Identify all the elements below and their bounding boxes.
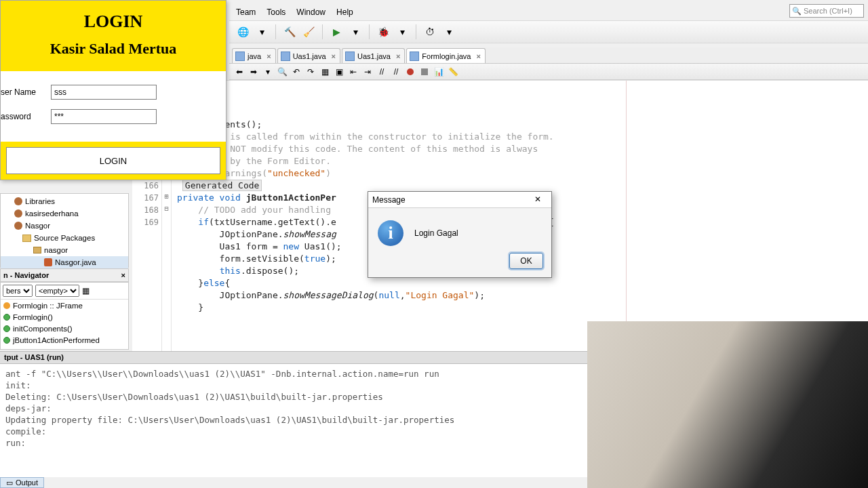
search-icon: 🔍: [792, 7, 802, 16]
java-icon: [44, 258, 52, 266]
separator: [369, 24, 370, 39]
profile-icon[interactable]: ⏱: [422, 24, 438, 40]
close-icon[interactable]: ×: [476, 52, 480, 60]
green-dot-icon: [3, 337, 10, 344]
navigator-titlebar: n - Navigator ×: [0, 268, 129, 282]
coffee-icon: [14, 197, 22, 205]
members-select[interactable]: bers: [3, 285, 33, 297]
password-input[interactable]: [51, 109, 157, 124]
dialog-text: Login Gagal: [414, 228, 458, 238]
globe-icon[interactable]: 🌐: [235, 24, 251, 40]
output-tab[interactable]: ▭ Output: [0, 477, 44, 488]
tree-item[interactable]: Source Packages: [1, 232, 128, 244]
ok-button[interactable]: OK: [509, 253, 543, 269]
dialog-title: Message: [372, 195, 406, 205]
navigator-item[interactable]: initComponents(): [1, 323, 128, 334]
build-icon[interactable]: 🔨: [281, 24, 298, 40]
tab-label: Uas1.java: [357, 52, 391, 60]
info-icon: i: [378, 220, 403, 246]
tree-item-label: kasirsederhana: [25, 209, 79, 218]
tree-item[interactable]: nasgor: [1, 244, 128, 256]
close-icon[interactable]: ×: [396, 52, 400, 60]
right-margin-line: [626, 81, 627, 351]
find-icon[interactable]: 🔍: [276, 66, 288, 78]
comment-icon[interactable]: //: [376, 66, 388, 78]
tab-java[interactable]: java×: [232, 48, 276, 63]
tree-item[interactable]: kasirsederhana: [1, 207, 128, 220]
shift-left-icon[interactable]: ⇤: [347, 66, 359, 78]
project-tree[interactable]: LibrarieskasirsederhanaNasgorSource Pack…: [0, 193, 129, 268]
tree-item-label: Nasgor: [25, 222, 50, 230]
highlight-icon[interactable]: ▦: [319, 66, 331, 78]
username-input[interactable]: [51, 85, 157, 100]
tree-item-label: nasgor: [44, 246, 68, 254]
menu-tools[interactable]: Tools: [262, 6, 290, 18]
dialog-titlebar[interactable]: Message ✕: [368, 192, 551, 208]
menu-team[interactable]: Team: [232, 6, 260, 18]
tree-item-label: Libraries: [25, 197, 55, 205]
tab-uas1-2[interactable]: Uas1.java×: [342, 48, 405, 63]
green-dot-icon: [3, 314, 10, 321]
run-dropdown-icon[interactable]: ▾: [347, 24, 363, 40]
login-button[interactable]: LOGIN: [6, 147, 220, 174]
tab-label: Formlogin.java: [422, 52, 471, 60]
close-icon[interactable]: ✕: [528, 194, 547, 206]
tab-label: java: [248, 52, 261, 60]
menu-help[interactable]: Help: [332, 6, 357, 18]
close-icon[interactable]: ×: [121, 271, 125, 279]
profile-dropdown-icon[interactable]: ▾: [441, 24, 457, 40]
filter-icon[interactable]: ▦: [82, 286, 90, 296]
navigator-item-label: Formlogin :: JFrame: [13, 302, 83, 310]
dropdown-icon[interactable]: ▾: [262, 66, 274, 78]
orange-dot-icon: [3, 302, 10, 309]
tree-item[interactable]: Nasgor.java: [1, 256, 128, 268]
tree-item-label: Nasgor.java: [55, 258, 96, 266]
uncomment-icon[interactable]: /​/: [390, 66, 402, 78]
coffee-icon: [14, 209, 22, 218]
dropdown-icon[interactable]: ▾: [254, 24, 270, 40]
editor-tabs: java× Uas1.java× Uas1.java× Formlogin.ja…: [229, 47, 868, 64]
java-file-icon: [281, 52, 290, 61]
quick-search-input[interactable]: 🔍 Search (Ctrl+I): [789, 4, 864, 18]
stop-icon[interactable]: [418, 66, 431, 78]
navigator-item[interactable]: jButton1ActionPerformed: [1, 334, 128, 346]
login-title: LOGIN: [6, 12, 220, 32]
shift-right-icon[interactable]: ⇥: [361, 66, 374, 78]
navigator-item-label: Formlogin(): [13, 313, 53, 321]
java-file-icon: [410, 52, 419, 61]
search-placeholder: Search (Ctrl+I): [804, 7, 852, 15]
debug-icon[interactable]: 🐞: [375, 24, 391, 40]
output-tab-icon: ▭: [6, 479, 13, 487]
java-file-icon: [235, 52, 245, 61]
close-icon[interactable]: ×: [267, 52, 271, 60]
run-icon[interactable]: ▶: [328, 24, 344, 40]
menu-window[interactable]: Window: [292, 6, 330, 18]
select-icon[interactable]: ▣: [333, 66, 345, 78]
record-icon[interactable]: [404, 66, 416, 78]
ruler-icon[interactable]: 📏: [447, 66, 459, 78]
tab-uas1-1[interactable]: Uas1.java×: [277, 48, 340, 63]
green-dot-icon: [3, 325, 10, 332]
main-toolbar: 🌐 ▾ 🔨 🧹 ▶ ▾ 🐞 ▾ ⏱ ▾: [229, 20, 868, 43]
login-subtitle: Kasir Salad Mertua: [6, 40, 220, 58]
tree-item[interactable]: Nasgor: [1, 220, 128, 232]
output-titlebar: tput - UAS1 (run): [0, 351, 587, 364]
separator: [322, 24, 323, 39]
output-console[interactable]: ant -f "C:\\Users\\User\\Downloads\\uas1…: [0, 364, 587, 477]
navigator-item[interactable]: Formlogin :: JFrame: [1, 300, 128, 311]
close-icon[interactable]: ×: [332, 52, 336, 60]
history-fwd-icon[interactable]: ➡: [248, 66, 260, 78]
tab-formlogin[interactable]: Formlogin.java×: [406, 48, 486, 63]
login-window: LOGIN Kasir Salad Mertua ser Name asswor…: [0, 0, 226, 180]
chart-icon[interactable]: 📊: [433, 66, 445, 78]
find-next-icon[interactable]: ↷: [304, 66, 317, 78]
tree-item[interactable]: Libraries: [1, 195, 128, 207]
history-back-icon[interactable]: ⬅: [233, 66, 245, 78]
output-tab-label: Output: [16, 479, 38, 487]
empty-select[interactable]: <empty>: [35, 285, 79, 297]
debug-dropdown-icon[interactable]: ▾: [394, 24, 410, 40]
navigator-item[interactable]: Formlogin(): [1, 311, 128, 323]
navigator-panel[interactable]: bers <empty> ▦ Formlogin :: JFrameFormlo…: [0, 282, 129, 350]
clean-build-icon[interactable]: 🧹: [300, 24, 317, 40]
find-prev-icon[interactable]: ↶: [290, 66, 302, 78]
